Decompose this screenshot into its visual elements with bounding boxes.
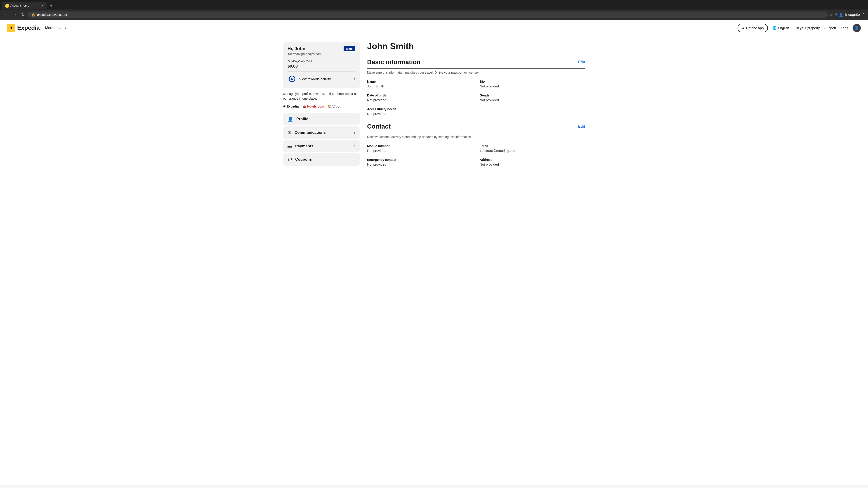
- sidebar-nav: 👤 Profile › ✉ Communications › ▬ Paymen: [283, 113, 360, 166]
- trips-button[interactable]: Trips: [841, 26, 848, 30]
- rewards-activity-link[interactable]: K View rewards activity ›: [287, 71, 355, 84]
- contact-field-mobile: Mobile number Not provided: [367, 144, 472, 153]
- chevron-down-icon: ▾: [65, 26, 66, 30]
- coupons-icon: 🏷: [287, 157, 292, 162]
- header-left: ✈ Expedia More travel ▾: [7, 24, 66, 32]
- rewards-icon-inner: K: [289, 76, 295, 82]
- trips-label: Trips: [841, 26, 848, 30]
- new-tab-button[interactable]: ＋: [48, 1, 55, 9]
- basic-info-title: Basic information: [367, 59, 421, 66]
- logo-icon: ✈: [7, 24, 16, 32]
- site-header: ✈ Expedia More travel ▾ ⬇ Get the app 🌐 …: [0, 20, 868, 36]
- accessibility-label: Accessibility needs: [367, 107, 472, 111]
- star-icon[interactable]: ☆: [830, 13, 833, 17]
- user-greeting-row: Hi, John Blue: [287, 46, 355, 51]
- brand-hotels-logo: 🏨 Hotels.com: [303, 105, 324, 108]
- back-button[interactable]: ←: [3, 11, 9, 18]
- browser-nav-icons: ☆ ⧉ 👤 Incognito ⋮: [830, 13, 865, 17]
- sidebar-item-payments[interactable]: ▬ Payments ›: [283, 140, 360, 152]
- browser-nav-bar: ← → ↻ 🔒 expedia.com/account ☆ ⧉ 👤 Incogn…: [0, 9, 868, 20]
- globe-icon: 🌐: [772, 26, 777, 30]
- address-label: Address: [480, 158, 585, 162]
- logo-text: Expedia: [17, 24, 40, 31]
- contact-field-address: Address Not provided: [480, 158, 585, 166]
- language-label: English: [778, 26, 789, 30]
- avatar-icon: 👤: [854, 26, 859, 31]
- email-value: 1deffea6@moodjoy.com: [480, 149, 585, 153]
- get-app-label: Get the app: [746, 26, 764, 30]
- contact-title: Contact: [367, 123, 391, 130]
- sidebar-item-profile[interactable]: 👤 Profile ›: [283, 113, 360, 125]
- support-button[interactable]: Support: [825, 26, 836, 30]
- basic-info-grid: Name John Smith Bio Not provided Date of…: [367, 80, 585, 116]
- basic-info-section: Basic information Edit Make sure this in…: [367, 59, 585, 116]
- basic-info-field-name: Name John Smith: [367, 80, 472, 88]
- tab-title: Account home: [10, 4, 39, 7]
- get-app-button[interactable]: ⬇ Get the app: [738, 24, 768, 32]
- payments-chevron-right-icon: ›: [354, 144, 355, 149]
- user-avatar[interactable]: 👤: [852, 24, 861, 32]
- dob-value: Not provided: [367, 98, 472, 102]
- profile-chevron-right-icon: ›: [354, 117, 355, 122]
- tab-close-button[interactable]: ✕: [41, 4, 44, 7]
- name-label: Name: [367, 80, 472, 84]
- emergency-label: Emergency contact: [367, 158, 472, 162]
- contact-edit-button[interactable]: Edit: [578, 125, 585, 129]
- chevron-right-icon: ›: [354, 76, 355, 81]
- incognito-icon[interactable]: 👤: [839, 13, 843, 17]
- header-right: ⬇ Get the app 🌐 English List your proper…: [738, 24, 861, 32]
- basic-info-field-bio: Bio Not provided: [480, 80, 585, 88]
- profile-name: John Smith: [367, 41, 585, 51]
- rewards-icon: K: [287, 74, 297, 84]
- bio-label: Bio: [480, 80, 585, 84]
- sidebar-item-communications[interactable]: ✉ Communications ›: [283, 126, 360, 139]
- contact-section: Contact Edit Receive account activity al…: [367, 123, 585, 166]
- basic-info-edit-button[interactable]: Edit: [578, 60, 585, 64]
- tab-favicon: 🟡: [5, 4, 8, 7]
- split-view-icon[interactable]: ⧉: [835, 13, 837, 17]
- mobile-label: Mobile number: [367, 144, 472, 148]
- sidebar-payments-label: Payments: [295, 144, 313, 149]
- manage-text: Manage your profile, rewards, and prefer…: [283, 92, 360, 101]
- contact-info-grid: Mobile number Not provided Email 1deffea…: [367, 144, 585, 166]
- list-property-button[interactable]: List your property: [794, 26, 820, 30]
- basic-info-header: Basic information Edit: [367, 59, 585, 69]
- main-panel: John Smith Basic information Edit Make s…: [367, 41, 585, 173]
- rewards-activity-left: K View rewards activity: [287, 74, 331, 84]
- download-icon: ⬇: [742, 26, 745, 30]
- address-text: expedia.com/account: [37, 13, 67, 17]
- contact-field-emergency: Emergency contact Not provided: [367, 158, 472, 166]
- menu-icon[interactable]: ⋮: [862, 13, 865, 17]
- contact-subtitle: Receive account activity alerts and trip…: [367, 135, 585, 139]
- forward-button[interactable]: →: [11, 11, 18, 18]
- brand-expedia-logo: ✈ Expedia: [283, 105, 299, 108]
- more-travel-label: More travel: [45, 26, 63, 30]
- cash-label-row: OneKeyCash TM ℹ: [287, 59, 355, 63]
- sidebar-profile-label: Profile: [296, 117, 308, 121]
- info-icon[interactable]: ℹ: [311, 59, 312, 63]
- support-label: Support: [825, 26, 836, 30]
- user-card: Hi, John Blue 1deffea6@moodjoy.com OneKe…: [283, 41, 360, 88]
- sidebar-item-coupons-left: 🏷 Coupons: [287, 157, 312, 162]
- sidebar-item-coupons[interactable]: 🏷 Coupons ›: [283, 153, 360, 166]
- communications-icon: ✉: [287, 130, 291, 135]
- profile-icon: 👤: [287, 116, 293, 122]
- mobile-value: Not provided: [367, 149, 472, 153]
- active-tab[interactable]: 🟡 Account home ✕: [2, 2, 47, 8]
- sidebar-item-profile-left: 👤 Profile: [287, 116, 308, 122]
- address-bar[interactable]: 🔒 expedia.com/account: [28, 11, 828, 18]
- cash-label: OneKeyCash: [287, 60, 305, 63]
- reload-button[interactable]: ↻: [20, 11, 26, 18]
- user-email: 1deffea6@moodjoy.com: [287, 52, 355, 56]
- membership-badge: Blue: [344, 46, 355, 51]
- contact-header: Contact Edit: [367, 123, 585, 133]
- expedia-logo[interactable]: ✈ Expedia: [7, 24, 40, 32]
- language-button[interactable]: 🌐 English: [772, 26, 789, 30]
- brand-vrbo-logo: 🏠 Vrbo: [328, 105, 340, 108]
- list-property-label: List your property: [794, 26, 820, 30]
- more-travel-button[interactable]: More travel ▾: [45, 26, 66, 30]
- gender-label: Gender: [480, 94, 585, 97]
- basic-info-field-gender: Gender Not provided: [480, 94, 585, 102]
- payments-icon: ▬: [287, 143, 292, 149]
- communications-chevron-right-icon: ›: [354, 130, 355, 135]
